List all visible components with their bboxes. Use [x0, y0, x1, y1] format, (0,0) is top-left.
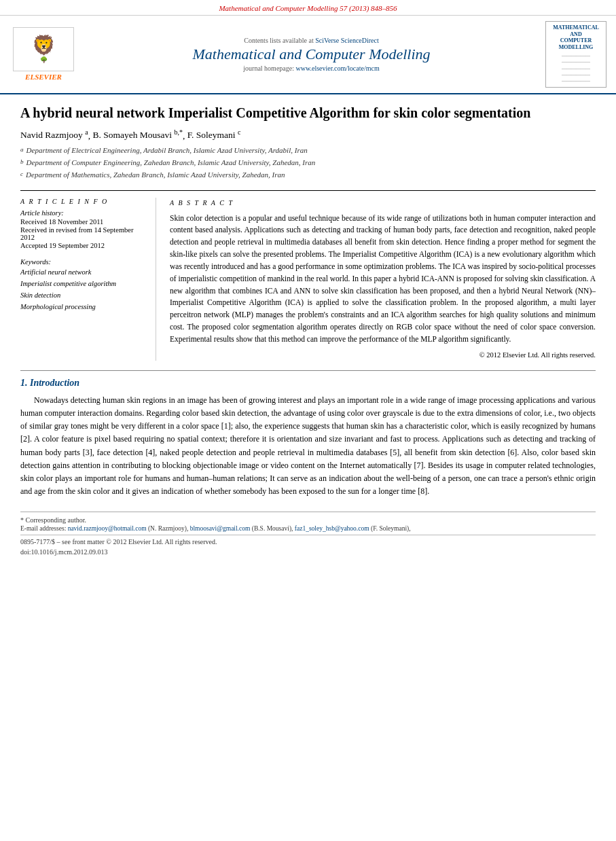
abstract-title: A B S T R A C T — [170, 198, 596, 209]
email-2-name: (B.S. Mousavi), — [252, 525, 293, 532]
aff-a-text: Department of Electrical Engineering, Ar… — [26, 145, 308, 157]
email-label: E-mail addresses: — [20, 525, 66, 532]
aff-a-sup: a — [20, 145, 24, 157]
introduction-heading: 1. Introduction — [20, 378, 596, 389]
corresponding-label: * Corresponding author. — [20, 516, 86, 524]
journal-reference-bar: Mathematical and Computer Modelling 57 (… — [0, 0, 616, 16]
abstract-text: Skin color detection is a popular and us… — [170, 213, 596, 346]
two-column-section: A R T I C L E I N F O Article history: R… — [20, 190, 596, 361]
right-logo-title-line4: MODELLING — [549, 44, 603, 51]
journal-reference-text: Mathematical and Computer Modelling 57 (… — [219, 4, 397, 12]
article-history-label: Article history: — [20, 209, 146, 217]
received-date: Received 18 November 2011 — [20, 218, 146, 226]
homepage-link[interactable]: www.elsevier.com/locate/mcm — [296, 65, 380, 72]
elsevier-lion-icon: 🦁 — [32, 36, 56, 55]
right-logo-title-line2: AND — [549, 31, 603, 38]
elsevier-tree-icon: 🌳 — [40, 56, 48, 63]
elsevier-logo: 🦁 🌳 ELSEVIER — [10, 27, 77, 81]
issn-line: 0895-7177/$ – see front matter © 2012 El… — [20, 538, 596, 545]
aff-b-text: Department of Computer Engineering, Zahe… — [26, 157, 316, 169]
affiliation-a: a Department of Electrical Engineering, … — [20, 145, 596, 157]
abstract-column: A B S T R A C T Skin color detection is … — [170, 198, 596, 361]
keywords-list: Artificial neural network Imperialist co… — [20, 267, 146, 312]
aff-c-sup: c — [20, 169, 23, 181]
introduction-paragraph: Nowadays detecting human skin regions in… — [20, 394, 596, 499]
keyword-1: Artificial neural network — [20, 267, 146, 279]
affiliation-b: b Department of Computer Engineering, Za… — [20, 157, 596, 169]
corresponding-author-note: * Corresponding author. — [20, 516, 596, 524]
keyword-2: Imperialist competitive algorithm — [20, 279, 146, 290]
journal-right-logo: MATHEMATICAL AND COMPUTER MODELLING ————… — [545, 21, 606, 88]
section-divider — [20, 370, 596, 371]
elsevier-logo-box: 🦁 🌳 — [13, 27, 74, 71]
elsevier-brand-text: ELSEVIER — [25, 73, 62, 81]
authors-line: Navid Razmjooy a, B. Somayeh Mousavi b,*… — [20, 128, 596, 141]
email-2-address[interactable]: blmoosavi@gmail.com — [190, 525, 251, 532]
right-logo-lines: —————————————————————————————— — [549, 53, 603, 84]
article-info-title: A R T I C L E I N F O — [20, 198, 146, 205]
author-c-sup: c — [238, 128, 240, 136]
footer-separator — [20, 535, 596, 535]
keyword-3: Skin detection — [20, 290, 146, 302]
introduction-section: 1. Introduction Nowadays detecting human… — [20, 378, 596, 499]
accepted-date: Accepted 19 September 2012 — [20, 242, 146, 249]
homepage-line: journal homepage: www.elsevier.com/locat… — [84, 65, 539, 72]
author-soleymani: F. Soleymani c — [187, 130, 241, 140]
page-footer: * Corresponding author. E-mail addresses… — [20, 512, 596, 556]
copyright-line: © 2012 Elsevier Ltd. All rights reserved… — [170, 350, 596, 361]
affiliations: a Department of Electrical Engineering, … — [20, 145, 596, 181]
right-logo-title-line3: COMPUTER — [549, 37, 603, 44]
doi-line: doi:10.1016/j.mcm.2012.09.013 — [20, 548, 596, 556]
email-3-name: (F. Soleymani), — [371, 525, 411, 532]
revised-date: Received in revised from 14 September 20… — [20, 226, 146, 241]
keywords-label: Keywords: — [20, 258, 146, 266]
right-logo-title-line1: MATHEMATICAL — [549, 24, 603, 31]
article-info-column: A R T I C L E I N F O Article history: R… — [20, 198, 156, 361]
email-addresses-line: E-mail addresses: navid.razmjooy@hotmail… — [20, 525, 596, 532]
header-center: Contents lists available at SciVerse Sci… — [84, 37, 539, 72]
aff-b-sup: b — [20, 157, 24, 169]
journal-header: 🦁 🌳 ELSEVIER Contents lists available at… — [0, 16, 616, 94]
email-3-address[interactable]: faz1_soley_hsb@yahoo.com — [295, 525, 369, 532]
author-somayeh: B. Somayeh Mousavi b,* — [92, 130, 183, 140]
sciverse-link[interactable]: SciVerse ScienceDirect — [315, 37, 379, 44]
contents-available-text: Contents lists available at — [244, 37, 313, 44]
paper-title: A hybrid neural network Imperialist Comp… — [20, 104, 596, 122]
sciverse-line: Contents lists available at SciVerse Sci… — [84, 37, 539, 44]
email-1-address[interactable]: navid.razmjooy@hotmail.com — [68, 525, 147, 532]
email-1-name: (N. Razmjooy), — [148, 525, 188, 532]
main-content: A hybrid neural network Imperialist Comp… — [0, 94, 616, 569]
keyword-4: Morphological processing — [20, 302, 146, 313]
affiliation-c: c Department of Mathematics, Zahedan Bra… — [20, 169, 596, 181]
author-b-sup: b,* — [174, 128, 183, 136]
author-navid: Navid Razmjooy a — [20, 130, 88, 140]
page: Mathematical and Computer Modelling 57 (… — [0, 0, 616, 841]
aff-c-text: Department of Mathematics, Zahedan Branc… — [26, 169, 285, 181]
journal-name: Mathematical and Computer Modelling — [84, 46, 539, 63]
homepage-label: journal homepage: — [243, 65, 294, 72]
author-a-sup: a — [85, 128, 88, 136]
